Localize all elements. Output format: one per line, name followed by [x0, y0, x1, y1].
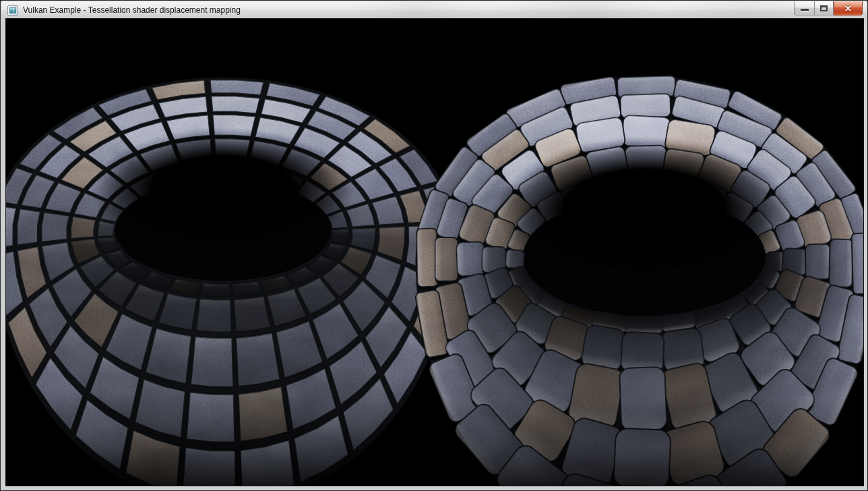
render-viewport-svg [6, 19, 863, 486]
title-bar[interactable]: Vulkan Example - Tessellation shader dis… [1, 1, 867, 19]
caption-button-group: ✕ [794, 1, 863, 16]
bottom-vignette [6, 336, 863, 486]
minimize-button[interactable] [794, 1, 814, 16]
maximize-icon [820, 5, 828, 11]
app-window: Vulkan Example - Tessellation shader dis… [0, 0, 868, 491]
maximize-button[interactable] [814, 1, 834, 16]
render-viewport[interactable] [6, 19, 863, 486]
window-title: Vulkan Example - Tessellation shader dis… [23, 5, 241, 15]
vulkan-example-app-icon[interactable] [7, 5, 18, 16]
app-icon-glyph [9, 7, 16, 13]
close-button[interactable]: ✕ [834, 1, 863, 16]
minimize-icon [801, 9, 809, 11]
close-icon: ✕ [844, 4, 852, 13]
